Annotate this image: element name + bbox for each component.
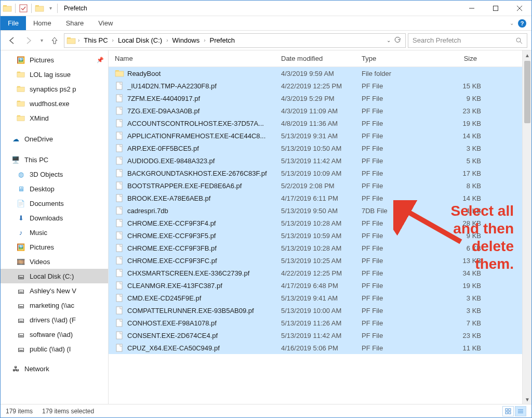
status-selected-count: 179 items selected — [42, 408, 94, 415]
chevron-right-icon[interactable]: › — [165, 37, 169, 43]
file-row[interactable]: CHROME.EXE-CCF9F3F4.pf5/13/2019 10:28 AM… — [109, 217, 522, 229]
navitem-documents[interactable]: 📄Documents — [1, 196, 108, 211]
file-row[interactable]: BACKGROUNDTASKHOST.EXE-2676C83F.pf5/13/2… — [109, 167, 522, 179]
navitem-ashley[interactable]: 🖴Ashley's New V — [1, 283, 108, 298]
navitem-lol[interactable]: LOL lag issue — [1, 67, 108, 82]
file-row[interactable]: 7ZG.EXE-D9AA3A0B.pf4/3/2019 11:09 AMPF F… — [109, 104, 522, 117]
svg-rect-2 — [20, 5, 27, 12]
scroll-up-icon[interactable]: ▲ — [523, 50, 532, 60]
file-row[interactable]: CONSENT.EXE-2D674CE4.pf5/13/2019 11:42 A… — [109, 329, 522, 342]
search-input[interactable]: Search Prefetch — [408, 33, 527, 48]
address-dropdown-icon[interactable]: ⌄ — [387, 37, 391, 43]
file-row[interactable]: CHROME.EXE-CCF9F3FB.pf5/13/2019 10:28 AM… — [109, 242, 522, 254]
file-row[interactable]: COMPATTELRUNNER.EXE-93B5AB09.pf5/13/2019… — [109, 304, 522, 317]
file-row[interactable]: ReadyBoot4/3/2019 9:59 AMFile folder — [109, 67, 522, 80]
up-button[interactable] — [47, 33, 62, 48]
crumb-localdisk[interactable]: Local Disk (C:) — [116, 36, 164, 44]
column-type[interactable]: Type — [362, 55, 434, 62]
view-thumbnails-button[interactable] — [502, 406, 514, 416]
file-icon — [115, 94, 124, 103]
file-name: CHROME.EXE-CCF9F3F5.pf — [127, 232, 281, 240]
column-name[interactable]: Name — [115, 55, 281, 62]
file-size: 9 KB — [434, 232, 481, 240]
scroll-down-icon[interactable]: ▼ — [523, 395, 532, 404]
navitem-3dobjects[interactable]: ◍3D Objects — [1, 167, 108, 181]
file-type: PF File — [362, 319, 434, 327]
tab-share[interactable]: Share — [59, 16, 91, 30]
file-type: PF File — [362, 282, 434, 290]
navitem-desktop[interactable]: 🖥Desktop — [1, 181, 108, 196]
back-button[interactable] — [5, 33, 19, 48]
file-type: PF File — [362, 219, 434, 227]
file-row[interactable]: 7ZFM.EXE-44040917.pf4/3/2019 5:29 PMPF F… — [109, 92, 522, 104]
navitem-videos[interactable]: 🎞️Videos — [1, 254, 108, 269]
navitem-localdisk[interactable]: 🖴Local Disk (C:) — [1, 269, 108, 283]
file-row[interactable]: CPUZ_X64.EXE-CA50C949.pf4/16/2019 5:06 P… — [109, 342, 522, 354]
chevron-right-icon[interactable]: › — [203, 37, 206, 43]
navitem-onedrive[interactable]: ☁OneDrive — [1, 132, 108, 146]
tab-home[interactable]: Home — [26, 16, 59, 30]
crumb-prefetch[interactable]: Prefetch — [208, 36, 237, 44]
navitem-xmind[interactable]: XMind — [1, 111, 108, 125]
navitem-public[interactable]: 🖴public (\\ad) (I — [1, 342, 108, 356]
crumb-windows[interactable]: Windows — [170, 36, 202, 44]
file-date: 5/13/2019 10:28 AM — [281, 244, 362, 252]
refresh-icon[interactable] — [394, 37, 401, 44]
file-row[interactable]: CONHOST.EXE-F98A1078.pf5/13/2019 11:26 A… — [109, 317, 522, 329]
navitem-marketing[interactable]: 🖴marketing (\\ac — [1, 298, 108, 312]
file-row[interactable]: BROOK.EXE-A78E6AEB.pf4/17/2019 6:11 PMPF… — [109, 192, 522, 204]
file-row[interactable]: CHROME.EXE-CCF9F3F5.pf5/13/2019 10:59 AM… — [109, 229, 522, 242]
column-date[interactable]: Date modified — [281, 55, 362, 62]
file-date: 5/13/2019 10:09 AM — [281, 169, 362, 177]
forward-button[interactable] — [21, 33, 36, 48]
qat-dropdown-icon[interactable]: ▾ — [47, 5, 54, 11]
file-name: CPUZ_X64.EXE-CA50C949.pf — [127, 344, 281, 352]
vertical-scrollbar[interactable]: ▲ ▼ — [522, 50, 531, 404]
view-details-button[interactable] — [515, 406, 526, 416]
crumb-thispc[interactable]: This PC — [82, 36, 110, 44]
svg-rect-29 — [116, 157, 122, 164]
navitem-network[interactable]: 🖧Network — [1, 361, 108, 376]
qat-newfolder-icon[interactable] — [35, 4, 44, 13]
navitem-pictures2[interactable]: 🖼️Pictures — [1, 240, 108, 254]
scrollbar-thumb[interactable] — [524, 61, 530, 123]
file-type: PF File — [362, 257, 434, 265]
file-type: File folder — [362, 70, 434, 77]
chevron-right-icon[interactable]: › — [77, 37, 81, 43]
file-name: CHROME.EXE-CCF9F3FC.pf — [127, 257, 281, 265]
file-row[interactable]: AUDIODG.EXE-9848A323.pf5/13/2019 11:42 A… — [109, 154, 522, 167]
column-size[interactable]: Size — [434, 55, 481, 62]
maximize-button[interactable] — [484, 1, 508, 16]
help-icon[interactable]: ? — [518, 19, 526, 28]
file-row[interactable]: CLEANMGR.EXE-413FC387.pf4/17/2019 6:48 P… — [109, 279, 522, 292]
file-row[interactable]: CHXSMARTSCREEN.EXE-336C2739.pf4/22/2019 … — [109, 267, 522, 279]
file-row[interactable]: ACCOUNTSCONTROLHOST.EXE-37D57A...4/8/201… — [109, 117, 522, 129]
svg-rect-38 — [116, 269, 122, 277]
navitem-thispc[interactable]: 🖥️This PC — [1, 152, 108, 167]
ribbon-expand-icon[interactable]: ⌄ — [510, 20, 514, 26]
chevron-right-icon[interactable]: › — [111, 37, 115, 43]
file-row[interactable]: ARP.EXE-0FF5BCE5.pf5/13/2019 10:50 AMPF … — [109, 142, 522, 154]
navitem-software[interactable]: 🖴software (\\ad) — [1, 327, 108, 342]
file-row[interactable]: CMD.EXE-CD245F9E.pf5/13/2019 9:41 AMPF F… — [109, 292, 522, 304]
qat-properties-icon[interactable] — [19, 4, 28, 13]
file-row[interactable]: _IU14D2N.TMP-AA2230F8.pf4/22/2019 12:25 … — [109, 80, 522, 92]
tab-file[interactable]: File — [1, 16, 26, 30]
file-row[interactable]: cadrespri.7db5/13/2019 9:50 AM7DB File1 … — [109, 204, 522, 217]
navitem-music[interactable]: ♪Music — [1, 225, 108, 240]
minimize-button[interactable] — [460, 1, 484, 16]
close-button[interactable] — [508, 1, 531, 16]
address-bar[interactable]: › This PC › Local Disk (C:) › Windows › … — [64, 33, 406, 48]
pictures-icon: 🖼️ — [16, 242, 25, 252]
file-row[interactable]: CHROME.EXE-CCF9F3FC.pf5/13/2019 10:25 AM… — [109, 254, 522, 267]
navitem-pictures[interactable]: 🖼️Pictures📌 — [1, 53, 108, 67]
navitem-wudfhost[interactable]: wudfhost.exe — [1, 96, 108, 111]
navitem-drivers[interactable]: 🖴drivers (\\ad) (F — [1, 312, 108, 327]
file-row[interactable]: APPLICATIONFRAMEHOST.EXE-4CE44C8...5/13/… — [109, 129, 522, 142]
recent-dropdown[interactable]: ▾ — [38, 33, 45, 48]
tab-view[interactable]: View — [91, 16, 120, 30]
navitem-synaptics[interactable]: synaptics ps2 p — [1, 82, 108, 96]
file-row[interactable]: BOOTSTRAPPER.EXE-FED8E6A6.pf5/2/2019 2:0… — [109, 179, 522, 192]
netdrive-icon: 🖴 — [16, 344, 25, 354]
navitem-downloads[interactable]: ⬇Downloads — [1, 211, 108, 225]
